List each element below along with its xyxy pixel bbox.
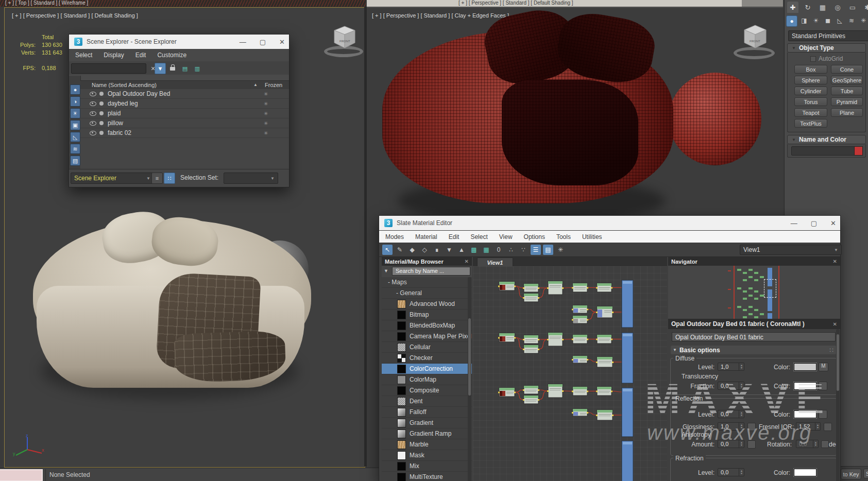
scrollbar-thumb[interactable] — [468, 318, 471, 396]
menu-display[interactable]: Display — [104, 51, 124, 59]
display-lights-icon[interactable]: ☀ — [70, 108, 80, 118]
menu-select[interactable]: Select — [75, 51, 92, 59]
navigator-view-rect[interactable] — [764, 279, 776, 298]
scene-explorer-titlebar[interactable]: 3 Scene Explorer - Scene Explorer — ▢ ✕ — [69, 35, 289, 49]
search-by-name-field[interactable]: Search by Name ... — [392, 267, 470, 276]
map-item-row[interactable]: Marble — [382, 439, 472, 450]
node-wire[interactable] — [515, 392, 524, 400]
minimize-button[interactable]: — — [240, 38, 246, 46]
close-button[interactable]: ✕ — [279, 38, 285, 46]
basic-options-rollout[interactable]: ▼ Basic options ∷ — [671, 346, 837, 354]
node-wire[interactable] — [587, 312, 597, 320]
node-wire[interactable] — [538, 339, 548, 349]
selection-dot-icon[interactable] — [99, 101, 104, 106]
scene-object-row[interactable]: fabric 02✳ — [80, 128, 289, 138]
material-node-slab[interactable] — [622, 280, 633, 328]
display-helpers-icon[interactable]: ◺ — [70, 132, 80, 142]
sphere-button[interactable]: Sphere — [794, 76, 827, 84]
show-shaded-material-icon[interactable]: ▩ — [469, 245, 479, 255]
hide-unused-nodeslots-icon[interactable]: ▲ — [456, 245, 467, 255]
map-item-row[interactable]: Dent — [382, 396, 472, 407]
map-item-row[interactable]: Camera Map Per Pixel — [382, 331, 472, 342]
selection-dot-icon[interactable] — [99, 121, 104, 125]
frozen-icon[interactable]: ✳ — [264, 121, 268, 126]
map-item-row[interactable]: Gradient Ramp — [382, 428, 472, 439]
navigator-minimap[interactable] — [668, 266, 840, 319]
pick-material-eyedropper-icon[interactable]: ✎ — [395, 245, 405, 255]
translucency-color-swatch[interactable] — [794, 382, 816, 390]
map-item-row[interactable]: BlendedBoxMap — [382, 320, 472, 331]
rotation-spinner[interactable]: 0,0▲▼ — [796, 440, 819, 448]
view1-tab[interactable]: View1 — [477, 257, 513, 267]
glossiness-spinner[interactable]: 1,0▲▼ — [718, 422, 744, 431]
translucency-map-button[interactable] — [819, 382, 827, 390]
category-dropdown[interactable]: Standard Primitives — [788, 30, 868, 41]
menu-edit[interactable]: Edit — [135, 51, 146, 59]
viewcube[interactable]: FRONT — [324, 25, 365, 61]
display-layers-button[interactable]: ≡ — [151, 173, 163, 184]
scene-explorer-window[interactable]: 3 Scene Explorer - Scene Explorer — ▢ ✕ … — [69, 34, 290, 187]
utilities-tab-icon[interactable]: ✱ — [862, 2, 868, 13]
plane-button[interactable]: Plane — [831, 108, 863, 117]
render-map-icon[interactable]: ✳ — [555, 245, 566, 255]
display-spacewarps-icon[interactable]: ≋ — [70, 144, 80, 154]
layout-children-icon[interactable]: ∵ — [518, 245, 529, 255]
selection-set-dropdown[interactable]: ▼ — [224, 173, 278, 184]
params-scrollbar[interactable] — [836, 329, 840, 481]
node-graph-canvas[interactable] — [473, 266, 667, 481]
material-params-header[interactable]: Opal Outdoor Day Bed 01 fabric ( CoronaM… — [668, 319, 840, 329]
auto-key-button[interactable]: to Key — [841, 469, 861, 479]
map-item-row[interactable]: ColorCorrection — [382, 364, 472, 374]
rotation-map-button[interactable] — [821, 440, 829, 448]
selection-dot-icon[interactable] — [99, 111, 104, 115]
map-item-row[interactable]: Mix — [382, 461, 472, 472]
frozen-icon[interactable]: ✳ — [264, 91, 268, 97]
reflection-map-button[interactable] — [819, 410, 827, 419]
fresnel-map-button[interactable] — [824, 423, 832, 431]
menu-view[interactable]: View — [499, 233, 513, 240]
menu-options[interactable]: Options — [524, 233, 545, 240]
cone-button[interactable]: Cone — [831, 65, 863, 74]
close-icon[interactable]: ✕ — [833, 259, 837, 264]
map-group-row[interactable]: - Maps — [382, 277, 472, 288]
display-all-icon[interactable]: ● — [70, 84, 80, 95]
close-button[interactable]: ✕ — [830, 219, 836, 227]
material-node-slab[interactable] — [622, 333, 633, 383]
display-tab-icon[interactable]: ▭ — [847, 2, 858, 13]
top-viewport-label[interactable]: [ + ] [ Top ] [ Standard ] [ Wireframe ] — [5, 0, 88, 6]
display-cameras-icon[interactable]: ▣ — [70, 120, 80, 130]
refraction-color-swatch[interactable] — [794, 469, 816, 476]
set-key-button[interactable]: S — [863, 469, 868, 478]
close-icon[interactable]: ✕ — [833, 321, 837, 327]
filter-funnel-icon[interactable]: ▼ — [155, 63, 166, 74]
lights-icon[interactable]: ☀ — [811, 15, 821, 26]
menu-utilities[interactable]: Utilities — [582, 233, 602, 240]
viewport-label[interactable]: [ + ] [ Perspective ] [ Standard ] [ Def… — [12, 12, 138, 19]
teapot-button[interactable]: Teapot — [794, 108, 827, 117]
node-graph[interactable] — [473, 266, 667, 481]
column-frozen-header[interactable]: Frozen — [265, 82, 282, 88]
map-item-row[interactable]: Advanced Wood — [382, 299, 472, 310]
box-button[interactable]: Box — [794, 65, 827, 74]
frozen-icon[interactable]: ✳ — [264, 130, 268, 136]
visibility-eye-icon[interactable] — [90, 92, 96, 96]
maximize-button[interactable]: ▢ — [260, 38, 266, 46]
menu-select[interactable]: Select — [470, 233, 487, 240]
material-node-slab[interactable] — [622, 388, 633, 437]
diffuse-level-spinner[interactable]: 1,0▲▼ — [718, 363, 744, 371]
chevron-down-icon[interactable]: ▼ — [384, 268, 388, 273]
zero-iterations-icon[interactable]: 0 — [493, 245, 504, 255]
viewport-divider[interactable] — [364, 7, 367, 467]
material-map-browser-header[interactable]: Material/Map Browser ✕ — [382, 257, 472, 266]
explorer-selector-dropdown[interactable]: Scene Explorer ▼ — [71, 173, 154, 184]
node-wire[interactable] — [563, 391, 573, 391]
viewcube[interactable]: FRONT — [734, 24, 777, 62]
layout-all-vertical-icon[interactable]: ∴ — [506, 245, 516, 255]
create-tab-icon[interactable]: ✚ — [787, 2, 798, 13]
material-name-field[interactable]: Opal Outdoor Day Bed 01 fabric — [672, 332, 836, 341]
cylinder-button[interactable]: Cylinder — [794, 87, 827, 95]
geosphere-button[interactable]: GeoSphere — [831, 76, 863, 84]
slate-titlebar[interactable]: 3 Slate Material Editor — ▢ ✕ — [379, 216, 840, 230]
column-name-header[interactable]: Name (Sorted Ascending) — [92, 82, 157, 88]
maximize-button[interactable]: ▢ — [811, 219, 817, 227]
